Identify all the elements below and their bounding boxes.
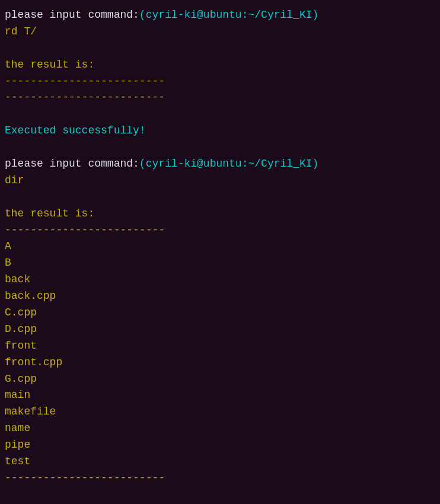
dashes-2a: ------------------------- xyxy=(5,222,435,239)
file-front-cpp: front.cpp xyxy=(5,355,435,371)
file-A: A xyxy=(5,238,435,255)
blank-4 xyxy=(5,189,435,206)
file-back: back xyxy=(5,272,435,288)
prompt-path-1: (cyril-ki@ubuntu:~/Cyril_KI) xyxy=(139,9,318,21)
file-G-cpp: G.cpp xyxy=(5,371,435,388)
file-D-cpp: D.cpp xyxy=(5,321,435,338)
file-name: name xyxy=(5,420,435,437)
file-makefile: makefile xyxy=(5,404,435,420)
terminal-output: please input command:(cyril-ki@ubuntu:~/… xyxy=(5,7,435,487)
success-message: Executed successfully! xyxy=(5,123,435,139)
file-test: test xyxy=(5,454,435,470)
file-main: main xyxy=(5,387,435,404)
file-front: front xyxy=(5,338,435,355)
dashes-1b: ------------------------- xyxy=(5,90,435,106)
dashes-1a: ------------------------- xyxy=(5,74,435,90)
blank-3 xyxy=(5,139,435,156)
file-B: B xyxy=(5,255,435,272)
file-pipe: pipe xyxy=(5,437,435,454)
result-header-1: the result is: xyxy=(5,57,435,74)
command-dir: dir xyxy=(5,173,435,189)
blank-1 xyxy=(5,40,435,57)
prompt-prefix-2: please input command: xyxy=(5,158,139,170)
prompt-prefix-1: please input command: xyxy=(5,9,139,21)
result-header-2: the result is: xyxy=(5,206,435,222)
prompt-line-2: please input command:(cyril-ki@ubuntu:~/… xyxy=(5,156,435,173)
prompt-path-2: (cyril-ki@ubuntu:~/Cyril_KI) xyxy=(139,158,318,170)
dashes-2b: ------------------------- xyxy=(5,470,435,487)
file-back-cpp: back.cpp xyxy=(5,288,435,305)
prompt-line-1: please input command:(cyril-ki@ubuntu:~/… xyxy=(5,7,435,24)
file-C-cpp: C.cpp xyxy=(5,305,435,321)
command-rd: rd T/ xyxy=(5,24,435,40)
blank-2 xyxy=(5,106,435,123)
